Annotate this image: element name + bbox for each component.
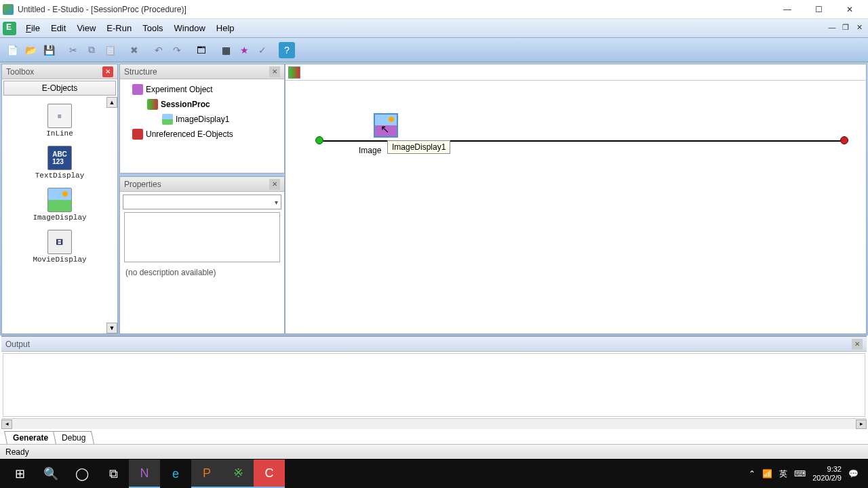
canvas-toolbar [285,64,866,81]
toolbox-label: InLine [46,129,73,138]
properties-grid[interactable] [124,212,280,262]
toolbox-header: Toolbox ✕ [2,64,117,79]
list-button[interactable]: ▦ [218,42,234,58]
toolbox-scroll-up[interactable]: ▲ [106,97,117,108]
procedure-canvas[interactable]: ↖ Image ImageDisplay1 [285,81,866,333]
tree-sessionproc[interactable]: SessionProc [124,97,280,112]
output-close-button[interactable]: ✕ [852,339,863,350]
output-header: Output ✕ [1,337,867,352]
tree-experiment[interactable]: Experiment Object [124,82,280,97]
notifications-icon[interactable]: 💬 [848,469,859,479]
search-button[interactable]: 🔍 [35,460,66,488]
keyboard-icon[interactable]: ⌨ [794,469,806,479]
open-button[interactable]: 📂 [22,42,39,58]
redo-button[interactable]: ↷ [169,42,185,58]
properties-button[interactable]: 🗔 [193,42,210,58]
output-tab-generate[interactable]: Generate [4,431,57,444]
toolbox-item-textdisplay[interactable]: ABC123 TextDisplay [2,142,117,184]
toolbox-label: TextDisplay [35,171,85,180]
toolbox-item-inline[interactable]: ≡ InLine [2,100,117,142]
tray-expand-icon[interactable]: ⌃ [749,469,755,479]
run-button[interactable]: ★ [236,42,252,58]
app-icon [3,4,14,15]
experiment-icon [132,84,143,95]
taskbar-estudio[interactable]: ※ [222,460,254,488]
tree-label: SessionProc [161,100,210,109]
menu-tools[interactable]: Tools [137,22,168,35]
paste-button[interactable]: 📋 [102,42,118,58]
toolbox-item-imagedisplay[interactable]: ImageDisplay [2,184,117,226]
toolbox-label: ImageDisplay [33,214,86,222]
save-button[interactable]: 💾 [41,42,57,58]
separator [120,42,124,58]
network-icon[interactable]: 📶 [762,469,772,479]
cortana-button[interactable]: ◯ [66,460,98,488]
properties-title: Properties [124,180,161,189]
menu-erun[interactable]: E-Run [101,22,137,35]
tree-label: ImageDisplay1 [176,115,229,124]
taskview-button[interactable]: ⧉ [98,460,129,488]
taskbar-powerpoint[interactable]: P [191,460,222,488]
start-button[interactable]: ⊞ [4,460,35,488]
menu-help[interactable]: Help [211,22,240,35]
copy-button[interactable]: ⧉ [83,42,100,58]
timeline-end-icon [840,136,848,144]
toolbar: 📄 📂 💾 ✂ ⧉ 📋 ✖ ↶ ↷ 🗔 ▦ ★ ✓ ? [0,38,868,62]
toolbox-label: MovieDisplay [33,256,86,264]
procedure-icon [147,99,158,110]
menu-file[interactable]: File [20,22,45,35]
new-button[interactable]: 📄 [4,42,20,58]
toolbox-title: Toolbox [6,67,34,77]
tree-label: Unreferenced E-Objects [146,129,233,139]
ime-lang[interactable]: 英 [779,468,787,480]
tooltip: ImageDisplay1 [387,140,450,154]
taskbar: ⊞ 🔍 ◯ ⧉ N e P ※ C ⌃ 📶 英 ⌨ 9:32 2020/2/9 … [0,460,868,488]
menu-window[interactable]: Window [169,22,211,35]
scroll-left-button[interactable]: ◂ [1,420,12,429]
separator [187,42,191,58]
mdi-minimize-button[interactable]: — [826,23,838,34]
properties-close-button[interactable]: ✕ [269,179,280,190]
output-tab-debug[interactable]: Debug [53,431,94,444]
delete-button[interactable]: ✖ [126,42,142,58]
textdisplay-icon: ABC123 [47,146,72,170]
minimize-button[interactable]: — [772,1,803,18]
scroll-right-button[interactable]: ▸ [856,420,867,429]
separator [144,42,149,58]
tree-imagedisplay1[interactable]: ImageDisplay1 [124,112,280,127]
undo-button[interactable]: ↶ [151,42,167,58]
taskbar-edge[interactable]: e [160,460,191,488]
properties-object-select[interactable] [123,195,281,209]
menubar: File Edit View E-Run Tools Window Help —… [0,19,868,38]
mdi-restore-button[interactable]: ❐ [840,23,852,34]
imagedisplay-icon [162,114,173,125]
statusbar: Ready [0,444,868,459]
toolbox-scroll-down[interactable]: ▼ [106,323,117,333]
help-button[interactable]: ? [279,42,295,58]
structure-close-button[interactable]: ✕ [269,66,280,77]
toolbox-close-button[interactable]: ✕ [102,66,113,77]
tree-unreferenced[interactable]: Unreferenced E-Objects [124,127,280,142]
structure-panel: Structure ✕ Experiment Object SessionPro… [119,64,285,174]
procedure-canvas-panel: ↖ Image ImageDisplay1 [285,64,867,334]
close-button[interactable]: ✕ [834,1,865,18]
tab-label: Generate [13,433,48,443]
taskbar-onenote[interactable]: N [129,460,160,488]
check-button[interactable]: ✓ [254,42,271,58]
output-scrollbar[interactable]: ◂ ▸ [1,418,867,429]
menu-view[interactable]: View [71,22,101,35]
cut-button[interactable]: ✂ [65,42,81,58]
procedure-icon[interactable] [288,66,300,79]
workspace: Toolbox ✕ E-Objects ▲ ▼ ≡ InLine ABC123 … [0,62,868,336]
cursor-icon: ↖ [380,123,389,136]
separator [273,42,277,58]
menu-edit[interactable]: Edit [45,22,71,35]
estudio-logo-icon [3,22,16,35]
clock[interactable]: 9:32 2020/2/9 [812,465,842,483]
mdi-close-button[interactable]: ✕ [853,23,865,34]
maximize-button[interactable]: ☐ [803,1,834,18]
toolbox-item-moviedisplay[interactable]: 🎞 MovieDisplay [2,226,117,268]
separator [212,42,216,58]
toolbox-tab-eobjects[interactable]: E-Objects [3,81,116,96]
taskbar-camtasia[interactable]: C [254,460,285,488]
